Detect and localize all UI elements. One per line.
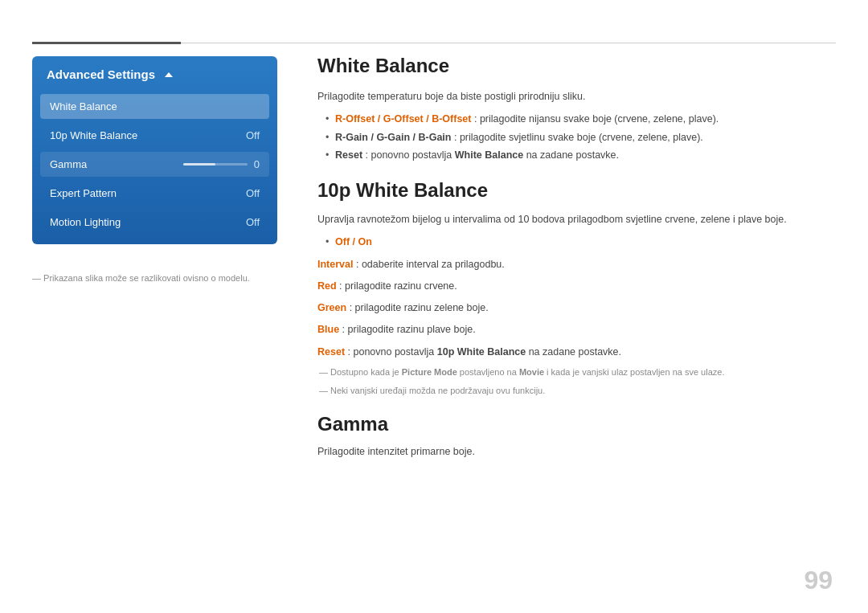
advanced-settings-header: Advanced Settings bbox=[32, 56, 277, 89]
bullet-rest: : prilagodite svjetlinu svake boje (crve… bbox=[454, 132, 703, 143]
off-on-label: Off / On bbox=[335, 236, 372, 247]
gamma-title: Gamma bbox=[317, 413, 836, 435]
gamma-intro: Prilagodite intenzitet primarne boje. bbox=[317, 443, 836, 460]
menu-item-value: Off bbox=[246, 216, 260, 228]
menu-item-label: 10p White Balance bbox=[50, 129, 137, 141]
menu-item-gamma[interactable]: Gamma 0 bbox=[40, 152, 269, 177]
bullet-highlight: R-Offset / G-Offset / B-Offset bbox=[335, 113, 471, 125]
note-picture-mode: Dostupno kada je Picture Mode postavljen… bbox=[317, 366, 836, 380]
detail-label: Red bbox=[317, 280, 337, 292]
menu-item-white-balance[interactable]: White Balance bbox=[40, 94, 269, 119]
detail-interval: Interval : odaberite interval za prilago… bbox=[317, 256, 836, 273]
menu-item-label: Expert Pattern bbox=[50, 187, 117, 199]
white-balance-title: White Balance bbox=[317, 55, 836, 77]
detail-rest: : prilagodite razinu plave boje. bbox=[342, 324, 476, 335]
gamma-slider-track[interactable] bbox=[183, 163, 248, 166]
detail-label: Green bbox=[317, 302, 346, 313]
bullet-rest: : prilagodite nijansu svake boje (crvene… bbox=[474, 113, 719, 125]
white-balance-intro: Prilagodite temperaturu boje da biste po… bbox=[317, 88, 836, 105]
bullet-r-offset: R-Offset / G-Offset / B-Offset : prilago… bbox=[326, 110, 836, 129]
detail-rest: : odaberite interval za prilagodbu. bbox=[356, 259, 505, 270]
detail-label: Interval bbox=[317, 259, 353, 270]
bullet-off-on: Off / On bbox=[326, 233, 836, 251]
menu-item-value: Off bbox=[246, 129, 260, 141]
detail-rest: : prilagodite razinu crvene. bbox=[339, 280, 457, 292]
10p-bullets: Off / On bbox=[317, 233, 836, 251]
gamma-slider-container: 0 bbox=[183, 158, 260, 170]
detail-label: Reset bbox=[317, 346, 345, 358]
menu-item-10p-white-balance[interactable]: 10p White Balance Off bbox=[40, 123, 269, 148]
detail-rest: : prilagodite razinu zelene boje. bbox=[350, 302, 489, 313]
bullet-r-gain: R-Gain / G-Gain / B-Gain : prilagodite s… bbox=[326, 129, 836, 147]
white-balance-bullets: R-Offset / G-Offset / B-Offset : prilago… bbox=[317, 110, 836, 165]
10p-white-balance-title: 10p White Balance bbox=[317, 179, 836, 202]
menu-item-motion-lighting[interactable]: Motion Lighting Off bbox=[40, 210, 269, 235]
detail-red: Red : prilagodite razinu crvene. bbox=[317, 278, 836, 295]
bullet-highlight: R-Gain / G-Gain / B-Gain bbox=[335, 132, 451, 143]
bullet-highlight: Reset bbox=[335, 149, 362, 161]
detail-rest: : ponovno postavlja 10p White Balance na… bbox=[348, 346, 622, 358]
line-light bbox=[181, 43, 836, 43]
10p-white-balance-body: Upravlja ravnotežom bijelog u intervalim… bbox=[317, 211, 836, 398]
menu-item-expert-pattern[interactable]: Expert Pattern Off bbox=[40, 181, 269, 206]
menu-items-list: White Balance 10p White Balance Off Gamm… bbox=[32, 89, 277, 244]
detail-reset: Reset : ponovno postavlja 10p White Bala… bbox=[317, 344, 836, 361]
line-dark bbox=[32, 42, 181, 44]
white-balance-body: Prilagodite temperaturu boje da biste po… bbox=[317, 88, 836, 165]
advanced-settings-title: Advanced Settings bbox=[47, 67, 155, 81]
menu-item-value: Off bbox=[246, 187, 260, 199]
detail-green: Green : prilagodite razinu zelene boje. bbox=[317, 300, 836, 317]
bullet-reset: Reset : ponovno postavlja White Balance … bbox=[326, 146, 836, 165]
gamma-body: Prilagodite intenzitet primarne boje. bbox=[317, 443, 836, 460]
detail-blue: Blue : prilagodite razinu plave boje. bbox=[317, 321, 836, 338]
gamma-value: 0 bbox=[254, 158, 260, 170]
menu-item-label: White Balance bbox=[50, 100, 117, 112]
arrow-up-icon bbox=[165, 72, 173, 77]
footer-note: ― Prikazana slika može se razlikovati ov… bbox=[32, 273, 250, 283]
page-number: 99 bbox=[804, 566, 833, 595]
gamma-slider-fill bbox=[183, 163, 215, 166]
detail-label: Blue bbox=[317, 324, 339, 335]
top-decorative-lines bbox=[32, 42, 836, 44]
note-external-devices: Neki vanjski uređaji možda ne podržavaju… bbox=[317, 384, 836, 398]
bullet-rest: : ponovno postavlja White Balance na zad… bbox=[366, 149, 619, 161]
menu-item-label: Motion Lighting bbox=[50, 216, 121, 228]
left-panel: Advanced Settings White Balance 10p Whit… bbox=[32, 56, 277, 244]
menu-item-label: Gamma bbox=[50, 158, 87, 170]
right-content: White Balance Prilagodite temperaturu bo… bbox=[317, 55, 836, 475]
10p-intro: Upravlja ravnotežom bijelog u intervalim… bbox=[317, 211, 836, 228]
advanced-settings-box: Advanced Settings White Balance 10p Whit… bbox=[32, 56, 277, 244]
